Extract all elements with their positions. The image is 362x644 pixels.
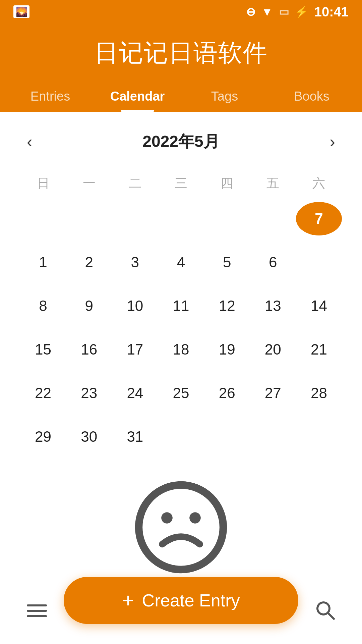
day-31[interactable]: 31 <box>112 420 158 453</box>
day-4[interactable]: 4 <box>158 246 204 279</box>
weekday-sat: 六 <box>296 171 342 195</box>
month-nav: ‹ 2022年5月 › <box>20 128 342 155</box>
day-30[interactable]: 30 <box>66 420 112 453</box>
day-empty <box>66 202 112 235</box>
day-1[interactable]: 1 <box>20 246 66 279</box>
weekday-header: 日 一 二 三 四 五 六 <box>20 171 342 195</box>
days-grid: 7 1 2 3 4 5 6 8 9 10 11 12 13 14 15 16 1… <box>20 202 342 453</box>
tab-tags[interactable]: Tags <box>181 83 268 112</box>
weekday-sun: 日 <box>20 171 66 195</box>
next-month-button[interactable]: › <box>323 128 342 155</box>
day-empty <box>250 420 296 453</box>
create-entry-label: Create Entry <box>142 590 240 610</box>
day-21[interactable]: 21 <box>296 333 342 366</box>
search-button[interactable] <box>308 593 342 628</box>
signal-icon: ▭ <box>279 5 289 18</box>
day-29[interactable]: 29 <box>20 420 66 453</box>
prev-month-button[interactable]: ‹ <box>20 128 39 155</box>
day-empty <box>158 420 204 453</box>
day-empty <box>296 246 342 279</box>
day-25[interactable]: 25 <box>158 376 204 410</box>
month-title: 2022年5月 <box>142 131 219 152</box>
day-22[interactable]: 22 <box>20 376 66 410</box>
day-18[interactable]: 18 <box>158 333 204 366</box>
day-7[interactable]: 7 <box>296 202 342 235</box>
day-23[interactable]: 23 <box>66 376 112 410</box>
day-5[interactable]: 5 <box>204 246 250 279</box>
dnd-icon: ⊖ <box>246 5 255 18</box>
weekday-thu: 四 <box>204 171 250 195</box>
app-title: 日记记日语软件 <box>0 30 362 83</box>
create-entry-button[interactable]: + Create Entry <box>64 577 298 624</box>
day-28[interactable]: 28 <box>296 376 342 410</box>
svg-point-0 <box>139 485 223 570</box>
svg-line-4 <box>328 613 334 619</box>
weekday-tue: 二 <box>112 171 158 195</box>
weekday-mon: 一 <box>66 171 112 195</box>
day-10[interactable]: 10 <box>112 289 158 323</box>
day-11[interactable]: 11 <box>158 289 204 323</box>
menu-button[interactable] <box>20 598 54 624</box>
status-time: 10:41 <box>314 4 349 19</box>
calendar-area: ‹ 2022年5月 › 日 一 二 三 四 五 六 7 1 2 3 4 5 6 … <box>0 112 362 453</box>
day-empty <box>250 202 296 235</box>
day-14[interactable]: 14 <box>296 289 342 323</box>
menu-line-1 <box>27 604 47 606</box>
svg-point-1 <box>161 512 173 524</box>
tab-bar: Entries Calendar Tags Books <box>0 83 362 112</box>
menu-line-2 <box>27 610 47 612</box>
day-empty <box>204 202 250 235</box>
day-empty <box>204 420 250 453</box>
day-empty <box>20 202 66 235</box>
day-empty <box>112 202 158 235</box>
photo-icon <box>13 5 29 18</box>
menu-line-3 <box>27 615 47 617</box>
day-15[interactable]: 15 <box>20 333 66 366</box>
tab-calendar[interactable]: Calendar <box>94 83 181 112</box>
day-9[interactable]: 9 <box>66 289 112 323</box>
day-26[interactable]: 26 <box>204 376 250 410</box>
status-bar-left <box>13 5 29 18</box>
tab-books[interactable]: Books <box>268 83 355 112</box>
day-empty <box>296 420 342 453</box>
header: 日记记日语软件 Entries Calendar Tags Books <box>0 23 362 112</box>
day-8[interactable]: 8 <box>20 289 66 323</box>
day-13[interactable]: 13 <box>250 289 296 323</box>
plus-icon: + <box>122 590 134 610</box>
day-16[interactable]: 16 <box>66 333 112 366</box>
day-27[interactable]: 27 <box>250 376 296 410</box>
day-3[interactable]: 3 <box>112 246 158 279</box>
battery-icon: ⚡ <box>295 5 308 18</box>
status-bar: ⊖ ▼ ▭ ⚡ 10:41 <box>0 0 362 23</box>
status-bar-right: ⊖ ▼ ▭ ⚡ 10:41 <box>246 4 349 19</box>
day-19[interactable]: 19 <box>204 333 250 366</box>
day-empty <box>158 202 204 235</box>
tab-entries[interactable]: Entries <box>7 83 94 112</box>
wifi-icon: ▼ <box>261 5 273 18</box>
weekday-wed: 三 <box>158 171 204 195</box>
day-17[interactable]: 17 <box>112 333 158 366</box>
day-6[interactable]: 6 <box>250 246 296 279</box>
weekday-fri: 五 <box>250 171 296 195</box>
svg-point-2 <box>189 512 201 524</box>
day-20[interactable]: 20 <box>250 333 296 366</box>
day-2[interactable]: 2 <box>66 246 112 279</box>
empty-state <box>0 453 362 574</box>
search-icon <box>315 600 335 620</box>
day-12[interactable]: 12 <box>204 289 250 323</box>
day-24[interactable]: 24 <box>112 376 158 410</box>
sad-face-icon <box>134 480 228 574</box>
